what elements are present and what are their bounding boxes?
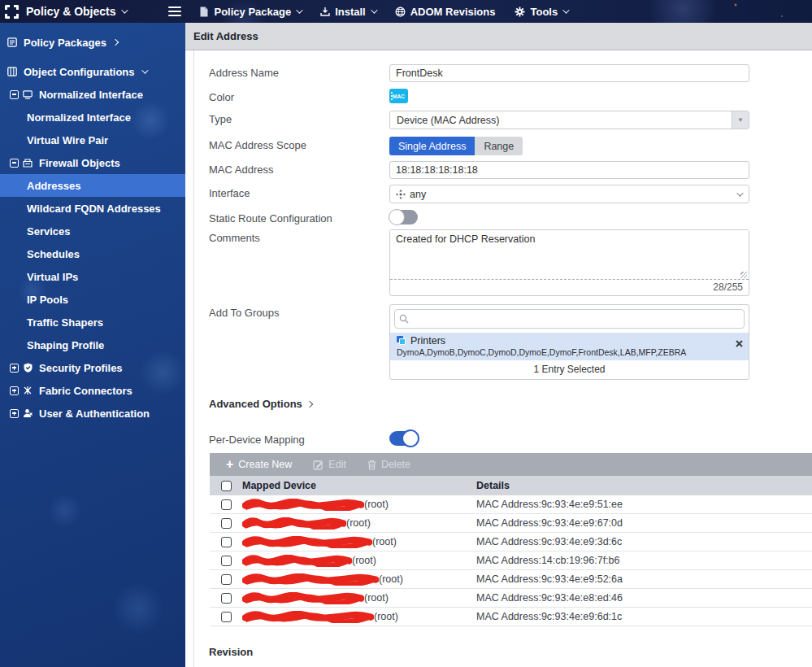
app-logo-icon[interactable] <box>5 5 19 19</box>
static-route-toggle[interactable] <box>389 210 418 225</box>
group-search-input[interactable] <box>413 313 744 325</box>
sidebar-item-schedules[interactable]: Schedules <box>0 242 185 265</box>
delete-button[interactable]: Delete <box>367 459 410 470</box>
sidebar-item-ip-pools[interactable]: IP Pools <box>0 288 185 311</box>
collapse-icon[interactable] <box>10 159 19 168</box>
redacted-device-name <box>242 592 364 604</box>
create-new-button[interactable]: + Create New <box>226 458 292 471</box>
interface-icon <box>22 90 33 99</box>
advanced-options-toggle[interactable]: Advanced Options <box>209 398 812 410</box>
chevron-down-icon <box>141 67 148 73</box>
sidebar-item-virtual-ips[interactable]: Virtual IPs <box>0 265 185 288</box>
scope-range-button[interactable]: Range <box>475 137 523 155</box>
collapse-icon[interactable] <box>10 90 19 99</box>
globe-icon <box>395 7 406 17</box>
sidebar-item-addresses[interactable]: Addresses <box>0 174 185 197</box>
interface-label: Interface <box>209 185 389 203</box>
dropdown-arrow-icon[interactable]: ▼ <box>732 111 749 129</box>
sidebar-group-normalized-interface[interactable]: Normalized Interface <box>0 83 185 106</box>
chevron-down-icon <box>371 7 377 13</box>
device-root-suffix: (root) <box>346 517 371 529</box>
row-checkbox[interactable] <box>221 593 232 604</box>
sidebar-item-traffic-shapers[interactable]: Traffic Shapers <box>0 311 185 334</box>
sidebar-item-virtual-wire-pair[interactable]: Virtual Wire Pair <box>0 129 185 151</box>
static-route-label: Static Route Configuration <box>209 210 389 225</box>
row-checkbox[interactable] <box>221 518 232 529</box>
device-root-suffix: (root) <box>372 536 397 547</box>
row-checkbox[interactable] <box>221 574 232 585</box>
resize-handle[interactable] <box>390 275 749 280</box>
interface-select[interactable]: any <box>389 185 749 203</box>
device-mac-details: MAC Address:9c:93:4e:e9:3d:6c <box>476 536 812 547</box>
edit-button[interactable]: Edit <box>313 459 346 470</box>
redacted-device-name <box>242 536 372 548</box>
entries-selected-count: 1 Entry Selected <box>390 360 749 379</box>
table-row[interactable]: (root) MAC Address:9c:93:4e:e9:6d:1c <box>210 608 812 626</box>
sidebar-item-normalized-interface[interactable]: Normalized Interface <box>0 106 185 129</box>
table-row[interactable]: (root) MAC Address:9c:93:4e:e9:52:6a <box>210 570 812 589</box>
sidebar-group-fabric-connectors[interactable]: Fabric Connectors <box>0 379 185 402</box>
main-content: Edit Address Address Name Color MAC Type… <box>185 23 812 667</box>
add-to-groups-label: Add To Groups <box>209 304 389 380</box>
expand-icon[interactable] <box>10 364 19 373</box>
column-details: Details <box>476 480 812 491</box>
scope-single-address-button[interactable]: Single Address <box>389 137 475 155</box>
sidebar-item-wildcard-fqdn-addresses[interactable]: Wildcard FQDN Addresses <box>0 197 185 220</box>
table-row[interactable]: (root) MAC Address:14:cb:19:96:7f:b6 <box>210 551 812 570</box>
chevron-down-icon <box>122 7 128 13</box>
revision-section-title: Revision <box>209 646 812 658</box>
sidebar-group-user-authentication[interactable]: User & Authentication <box>0 402 185 425</box>
table-row[interactable]: (root) MAC Address:9c:93:4e:e8:ed:46 <box>210 589 812 608</box>
document-icon <box>199 7 209 17</box>
menu-tools[interactable]: Tools <box>515 6 567 18</box>
redacted-device-name <box>242 573 379 586</box>
top-navbar: Policy & Objects Policy Package Install … <box>0 0 812 23</box>
per-device-mapping-toggle[interactable] <box>389 431 418 446</box>
menu-label: ADOM Revisions <box>410 6 496 18</box>
user-icon <box>22 408 33 418</box>
chevron-down-icon <box>562 7 569 13</box>
remove-group-icon[interactable] <box>736 336 743 351</box>
redacted-device-name <box>242 517 346 530</box>
expand-icon[interactable] <box>10 409 19 418</box>
mac-address-input[interactable] <box>389 161 749 179</box>
address-name-input[interactable] <box>389 64 749 82</box>
row-checkbox[interactable] <box>221 612 232 622</box>
redacted-device-name <box>242 499 364 511</box>
comments-textarea[interactable]: Created for DHCP Reservation <box>390 230 749 275</box>
search-icon <box>399 314 409 324</box>
sidebar-item-object-configurations[interactable]: Object Configurations <box>0 60 185 83</box>
expand-icon[interactable] <box>10 386 19 395</box>
color-label: Color <box>209 89 389 103</box>
edit-icon <box>313 460 323 470</box>
menu-label: Tools <box>530 6 558 18</box>
type-select[interactable]: Device (MAC Address) ▼ <box>389 111 749 129</box>
redacted-device-name <box>242 555 352 567</box>
sidebar-item-shaping-profile[interactable]: Shaping Profile <box>0 334 185 356</box>
table-row[interactable]: (root) MAC Address:9c:93:4e:e9:67:0d <box>210 514 812 533</box>
type-label: Type <box>209 111 389 129</box>
add-to-groups-box: Printers DymoA,DymoB,DymoC,DymoD,DymoE,D… <box>389 304 749 380</box>
table-row[interactable]: (root) MAC Address:9c:93:4e:e9:3d:6c <box>210 533 812 551</box>
color-swatch-mac[interactable]: MAC <box>389 89 408 103</box>
table-row[interactable]: (root) MAC Address:9c:93:4e:e9:51:ee <box>210 495 812 514</box>
sidebar-item-services[interactable]: Services <box>0 220 185 242</box>
sidebar-group-firewall-objects[interactable]: Firewall Objects <box>0 151 185 174</box>
row-checkbox[interactable] <box>221 556 232 566</box>
module-title: Policy & Objects <box>26 5 115 18</box>
device-mac-details: MAC Address:9c:93:4e:e9:67:0d <box>476 517 812 529</box>
selected-group-entry[interactable]: Printers DymoA,DymoB,DymoC,DymoD,DymoE,D… <box>390 333 749 360</box>
row-checkbox[interactable] <box>221 537 232 547</box>
menu-install[interactable]: Install <box>320 6 376 18</box>
menu-adom-revisions[interactable]: ADOM Revisions <box>395 6 496 18</box>
module-switcher[interactable]: Policy & Objects <box>26 5 126 18</box>
menu-policy-package[interactable]: Policy Package <box>199 6 301 18</box>
device-mac-details: MAC Address:9c:93:4e:e9:6d:1c <box>476 611 812 622</box>
select-all-checkbox[interactable] <box>221 481 232 491</box>
sidebar-item-policy-packages[interactable]: Policy Packages <box>0 31 185 54</box>
sidebar-collapse-button[interactable] <box>168 7 181 16</box>
address-name-label: Address Name <box>209 64 389 82</box>
sidebar-group-security-profiles[interactable]: Security Profiles <box>0 356 185 379</box>
row-checkbox[interactable] <box>221 499 232 510</box>
group-members: DymoA,DymoB,DymoC,DymoD,DymoE,DymoF,Fron… <box>397 347 742 357</box>
